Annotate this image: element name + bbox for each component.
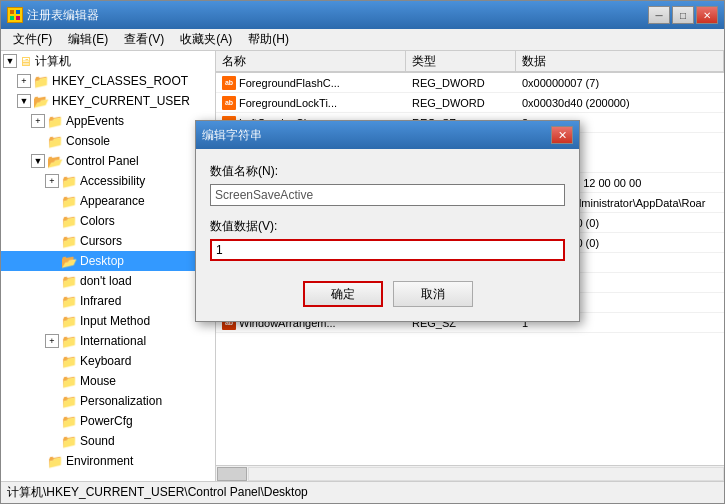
name-input[interactable] — [210, 184, 565, 206]
dialog-close-button[interactable]: ✕ — [551, 126, 573, 144]
cancel-button[interactable]: 取消 — [393, 281, 473, 307]
dialog-title-text: 编辑字符串 — [202, 127, 262, 144]
dialog-title-bar: 编辑字符串 ✕ — [196, 121, 579, 149]
dialog-overlay: 编辑字符串 ✕ 数值名称(N): 数值数据(V): 确定 取消 — [0, 0, 725, 504]
ok-button[interactable]: 确定 — [303, 281, 383, 307]
dialog-body: 数值名称(N): 数值数据(V): 确定 取消 — [196, 149, 579, 321]
edit-string-dialog: 编辑字符串 ✕ 数值名称(N): 数值数据(V): 确定 取消 — [195, 120, 580, 322]
value-input[interactable] — [210, 239, 565, 261]
dialog-buttons: 确定 取消 — [210, 281, 565, 307]
name-label: 数值名称(N): — [210, 163, 565, 180]
data-label: 数值数据(V): — [210, 218, 565, 235]
